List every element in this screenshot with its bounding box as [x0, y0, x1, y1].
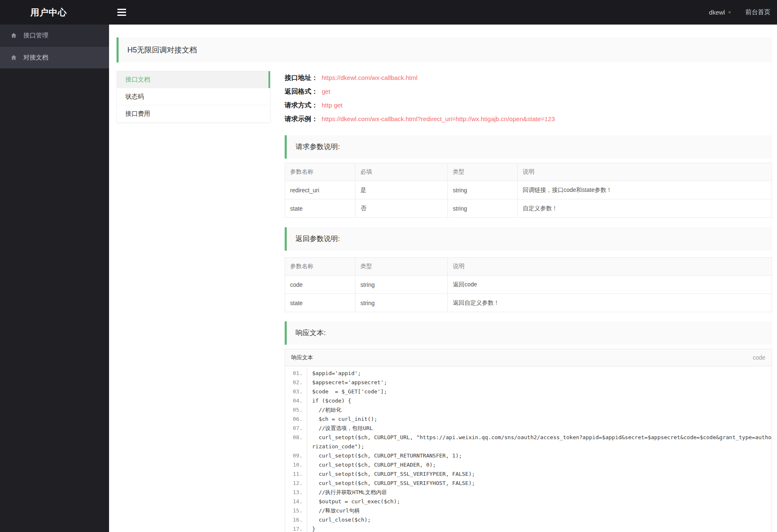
table-cell: 返回code	[448, 276, 772, 294]
line-number: 14.	[285, 497, 307, 506]
line-number: 02.	[285, 378, 307, 387]
table-cell: 否	[355, 199, 448, 218]
line-number: 16.	[285, 515, 307, 525]
table-cell: 返回自定义参数！	[448, 294, 772, 312]
code-text: $appid='appid';	[307, 369, 772, 378]
code-panel-title: 响应文本	[291, 354, 313, 361]
table-header-cell: 说明	[448, 258, 772, 276]
code-line: 14. $output = curl_exec($ch);	[285, 497, 772, 506]
line-number: 01.	[285, 369, 307, 378]
code-panel-header: 响应文本 code	[285, 349, 772, 366]
request-params-table: 参数名称必填类型说明redirect_uri是string回调链接，接口code…	[285, 163, 772, 218]
table-cell: 回调链接，接口code和state参数！	[518, 181, 772, 199]
submenu-item-2[interactable]: 状态码	[117, 88, 270, 105]
table-header-cell: 参数名称	[285, 258, 355, 276]
sidebar-item-label: 对接文档	[23, 54, 48, 62]
table-cell: code	[285, 276, 355, 294]
line-number: 10.	[285, 460, 307, 470]
sidebar-item-2[interactable]: 对接文档	[0, 47, 109, 69]
api-field-value: http get	[322, 102, 343, 109]
code-line: 15. //释放curl句柄	[285, 506, 772, 515]
code-line: 11. curl_setopt($ch, CURLOPT_SSL_VERIFYP…	[285, 470, 772, 479]
code-panel: 响应文本 code 01.$appid='appid';02.$appsecre…	[285, 349, 772, 532]
api-field-row: 返回格式：get	[285, 85, 772, 98]
navbar-right: dkewl ∨ 前台首页	[709, 8, 777, 16]
main-content: H5无限回调对接文档 接口文档状态码接口费用 接口地址：https://dkew…	[109, 0, 777, 532]
home-icon	[10, 32, 17, 39]
code-text: if ($code) {	[307, 396, 772, 405]
table-row: state否string自定义参数！	[285, 199, 772, 218]
table-header-cell: 类型	[355, 258, 448, 276]
table-cell: state	[285, 294, 355, 312]
code-text: curl_setopt($ch, CURLOPT_SSL_VERIFYPEER,…	[307, 470, 772, 479]
table-cell: string	[448, 199, 518, 218]
table-cell: string	[448, 181, 518, 199]
table-row: redirect_uri是string回调链接，接口code和state参数！	[285, 181, 772, 199]
line-number: 09.	[285, 451, 307, 460]
frontend-home-link[interactable]: 前台首页	[745, 8, 770, 16]
submenu-item-1[interactable]: 接口文档	[117, 71, 270, 88]
table-row: codestring返回code	[285, 276, 772, 294]
code-line: 02.$appsecret='appsecret';	[285, 378, 772, 387]
code-line: 10. curl_setopt($ch, CURLOPT_HEADER, 0);	[285, 460, 772, 470]
code-text: curl_setopt($ch, CURLOPT_RETURNTRANSFER,…	[307, 451, 772, 460]
code-line: 07. //设置选项，包括URL	[285, 424, 772, 433]
code-text: $code = $_GET['code'];	[307, 387, 772, 396]
table-header-cell: 参数名称	[285, 163, 355, 181]
page-title: H5无限回调对接文档	[117, 37, 772, 62]
code-body: 01.$appid='appid';02.$appsecret='appsecr…	[285, 366, 772, 532]
line-number: 12.	[285, 479, 307, 488]
code-text: //设置选项，包括URL	[307, 424, 772, 433]
table-header-cell: 说明	[518, 163, 772, 181]
api-field-label: 请求示例：	[285, 115, 318, 122]
top-navbar: 用户中心 dkewl ∨ 前台首页	[0, 0, 777, 25]
api-field-link[interactable]: https://dkewl.com/wx-callback.html?redir…	[322, 115, 555, 122]
code-text: curl_setopt($ch, CURLOPT_URL, "https://a…	[307, 433, 772, 451]
response-params-table: 参数名称类型说明codestring返回codestatestring返回自定义…	[285, 257, 772, 312]
api-field-link[interactable]: https://dkewl.com/wx-callback.html	[322, 74, 417, 81]
line-number: 17.	[285, 525, 307, 532]
code-line: 12. curl_setopt($ch, CURLOPT_SSL_VERIFYH…	[285, 479, 772, 488]
main-row: 接口文档状态码接口费用 接口地址：https://dkewl.com/wx-ca…	[117, 71, 772, 532]
table-cell: 是	[355, 181, 448, 199]
table-cell: 自定义参数！	[518, 199, 772, 218]
user-menu[interactable]: dkewl ∨	[709, 9, 731, 16]
api-info-block: 接口地址：https://dkewl.com/wx-callback.html返…	[285, 71, 772, 126]
table-cell: string	[355, 294, 448, 312]
home-icon	[10, 54, 17, 61]
brand-title: 用户中心	[0, 7, 109, 18]
line-number: 05.	[285, 405, 307, 415]
code-text: //执行并获取HTML文档内容	[307, 488, 772, 497]
code-line: 08. curl_setopt($ch, CURLOPT_URL, "https…	[285, 433, 772, 451]
sidebar: 接口管理对接文档	[0, 25, 109, 532]
code-text: }	[307, 525, 772, 532]
code-text: //初始化	[307, 405, 772, 415]
code-line: 16. curl_close($ch);	[285, 515, 772, 525]
line-number: 15.	[285, 506, 307, 515]
code-text: curl_setopt($ch, CURLOPT_SSL_VERIFYHOST,…	[307, 479, 772, 488]
code-text: curl_setopt($ch, CURLOPT_HEADER, 0);	[307, 460, 772, 470]
api-field-row: 请求示例：https://dkewl.com/wx-callback.html?…	[285, 112, 772, 126]
api-field-label: 接口地址：	[285, 74, 318, 81]
submenu-item-3[interactable]: 接口费用	[117, 105, 270, 122]
code-line: 13. //执行并获取HTML文档内容	[285, 488, 772, 497]
table-cell: redirect_uri	[285, 181, 355, 199]
username-label: dkewl	[709, 9, 725, 16]
table-header-cell: 类型	[448, 163, 518, 181]
doc-column: 接口地址：https://dkewl.com/wx-callback.html返…	[285, 71, 772, 532]
response-text-section-title: 响应文本:	[285, 321, 772, 345]
code-text: $appsecret='appsecret';	[307, 378, 772, 387]
hamburger-menu-icon[interactable]	[117, 7, 127, 17]
sidebar-item-1[interactable]: 接口管理	[0, 25, 109, 47]
line-number: 04.	[285, 396, 307, 405]
code-text: //释放curl句柄	[307, 506, 772, 515]
line-number: 11.	[285, 470, 307, 479]
chevron-down-icon: ∨	[728, 10, 731, 14]
api-field-row: 接口地址：https://dkewl.com/wx-callback.html	[285, 71, 772, 85]
code-text: $ch = curl_init();	[307, 415, 772, 424]
code-line: 05. //初始化	[285, 405, 772, 415]
code-line: 09. curl_setopt($ch, CURLOPT_RETURNTRANS…	[285, 451, 772, 460]
api-field-label: 返回格式：	[285, 88, 318, 95]
response-params-section-title: 返回参数说明:	[285, 227, 772, 251]
api-field-label: 请求方式：	[285, 102, 318, 109]
